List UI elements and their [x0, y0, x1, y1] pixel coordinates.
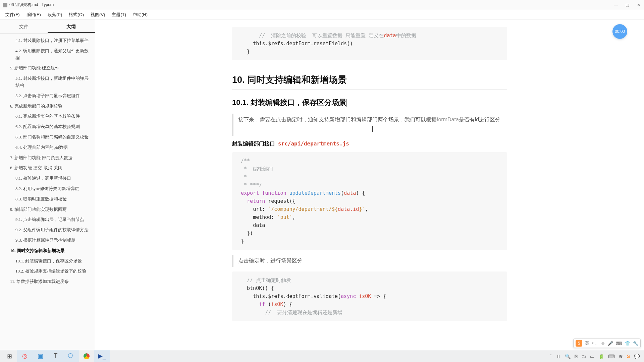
- ime-lang[interactable]: 英: [585, 340, 589, 346]
- outline-item[interactable]: 8.1. 校验通过，调用新增接口: [0, 173, 95, 184]
- ime-mic-icon[interactable]: 🎤: [608, 341, 613, 346]
- outline-item[interactable]: 9.3. 根据计算属性显示控制标题: [0, 235, 95, 246]
- window-title: 06-组织架构.md - Typora: [9, 2, 613, 8]
- menu-file[interactable]: 文件(F): [2, 11, 23, 19]
- outline-item[interactable]: 8.2. 利用sync修饰符关闭新增弹层: [0, 184, 95, 194]
- taskbar: ⊞ ◎ ▣ T ⧃ ▶_ ˄ ⏸ 🔍 ⎘ 🗂 ▭ 🔋 ⌨ ≋ S 💬: [0, 350, 644, 362]
- sidebar-tabs: 文件 大纲: [0, 19, 95, 34]
- tray-icon-2[interactable]: 🔍: [565, 354, 571, 359]
- minimize-button[interactable]: —: [613, 2, 619, 8]
- outline-item[interactable]: 4.2. 调用删除接口，通知父组件更新数据: [0, 46, 95, 63]
- text-caret: [346, 99, 346, 107]
- taskbar-chrome[interactable]: [79, 350, 94, 362]
- api-path-line[interactable]: 封装编辑部门接口 src/api/departments.js: [232, 140, 507, 147]
- outline-item[interactable]: 9.1. 点击编辑弹出层，记录当前节点: [0, 215, 95, 225]
- heading-10-1[interactable]: 10.1. 封装编辑接口，保存区分场景: [232, 98, 507, 108]
- taskbar-vscode[interactable]: ⧃: [63, 350, 79, 362]
- outline-item[interactable]: 6.4. 处理首部内容的pid数据: [0, 142, 95, 153]
- tray-battery-icon[interactable]: 🔋: [598, 354, 604, 359]
- formdata-link[interactable]: formData: [437, 117, 459, 122]
- menu-paragraph[interactable]: 段落(P): [44, 11, 65, 19]
- code-comment: // 清除之前的校验 可以重置数据 只能重置 定义在: [259, 33, 384, 39]
- menu-help[interactable]: 帮助(H): [129, 11, 151, 19]
- tab-outline[interactable]: 大纲: [48, 19, 95, 33]
- outline-item[interactable]: 10.2. 校验规则支持编辑场景下的校验: [0, 266, 95, 277]
- taskbar-app-2[interactable]: ▣: [33, 350, 48, 362]
- sidebar: 文件 大纲 4.1. 封装删除接口，注册下拉菜单事件4.2. 调用删除接口，通知…: [0, 19, 95, 350]
- ime-bar[interactable]: S 英 •， ☺ 🎤 ⌨ 👕 🔧: [573, 339, 641, 348]
- outline-item[interactable]: 11. 给数据获取添加加载进度条: [0, 277, 95, 287]
- tab-file[interactable]: 文件: [0, 19, 48, 33]
- ime-skin-icon[interactable]: 👕: [625, 341, 630, 346]
- titlebar: 06-组织架构.md - Typora — ▢ ✕: [0, 0, 644, 10]
- taskbar-app-1[interactable]: ◎: [17, 350, 33, 362]
- text-cursor-marker: [372, 126, 373, 132]
- outline-item[interactable]: 5.2. 点击新增子部门显示弹层组件: [0, 91, 95, 101]
- tray-icon-1[interactable]: ⏸: [556, 354, 561, 359]
- outline-item[interactable]: 4.1. 封装删除接口，注册下拉菜单事件: [0, 36, 95, 46]
- blockquote-1[interactable]: 接下来，需要在点击确定时，通知支持新增部门和编辑部门两个场景，我们可以根据for…: [232, 114, 507, 136]
- menu-theme[interactable]: 主题(T): [108, 11, 129, 19]
- close-button[interactable]: ✕: [636, 2, 641, 8]
- outline-item[interactable]: 10. 同时支持编辑和新增场景: [0, 246, 95, 256]
- taskbar-powershell[interactable]: ▶_: [94, 350, 110, 362]
- tray-sogou-icon[interactable]: S: [627, 354, 630, 359]
- code-path: src/api/departments.js: [278, 140, 349, 147]
- blockquote-2[interactable]: 点击确定时，进行场景区分: [232, 255, 507, 267]
- tray-keyboard-icon[interactable]: ⌨: [608, 354, 615, 359]
- outline-list[interactable]: 4.1. 封装删除接口，注册下拉菜单事件4.2. 调用删除接口，通知父组件更新数…: [0, 34, 95, 350]
- outline-item[interactable]: 6.3. 部门名称和部门编码的自定义校验: [0, 132, 95, 142]
- timer-badge[interactable]: 00:00: [612, 24, 627, 39]
- menu-edit[interactable]: 编辑(E): [23, 11, 44, 19]
- outline-item[interactable]: 8. 新增功能-提交-取消-关闭: [0, 163, 95, 173]
- outline-item[interactable]: 8.3. 取消时重置数据和校验: [0, 194, 95, 204]
- tray-icon-4[interactable]: 🗂: [581, 354, 586, 359]
- tray-icon-8[interactable]: ≋: [619, 354, 623, 359]
- ime-toolbox-icon[interactable]: 🔧: [633, 341, 638, 346]
- outline-item[interactable]: 7. 新增部门功能-部门负责人数据: [0, 153, 95, 163]
- outline-item[interactable]: 6.2. 配置新增表单的基本校验规则: [0, 122, 95, 132]
- sogou-icon[interactable]: S: [576, 340, 582, 347]
- ime-punct-icon[interactable]: •，: [592, 340, 598, 346]
- menu-view[interactable]: 视图(V): [87, 11, 108, 19]
- ime-smiley-icon[interactable]: ☺: [601, 341, 605, 346]
- maximize-button[interactable]: ▢: [625, 2, 630, 8]
- outline-item[interactable]: 5. 新增部门功能-建立组件: [0, 63, 95, 73]
- taskbar-typora[interactable]: T: [48, 350, 63, 362]
- heading-10[interactable]: 10. 同时支持编辑和新增场景: [232, 74, 507, 89]
- tray-chevron-icon[interactable]: ˄: [550, 354, 552, 359]
- tray-icon-5[interactable]: ▭: [590, 354, 594, 359]
- ime-keyboard-icon[interactable]: ⌨: [616, 341, 622, 346]
- outline-item[interactable]: 6.1. 完成新增表单的基本校验条件: [0, 111, 95, 122]
- workspace: 文件 大纲 4.1. 封装删除接口，注册下拉菜单事件4.2. 调用删除接口，通知…: [0, 19, 644, 350]
- menu-format[interactable]: 格式(O): [65, 11, 87, 19]
- outline-item[interactable]: 5.1. 封装新增接口，新建组件中的弹层结构: [0, 73, 95, 91]
- tray-notification-icon[interactable]: 💬: [634, 354, 640, 359]
- code-block-2[interactable]: /** * 编辑部门 * * ***/ export function upda…: [232, 152, 507, 250]
- app-icon: [3, 3, 7, 7]
- outline-item[interactable]: 9.2. 父组件调用子组件的获取详情方法: [0, 225, 95, 235]
- outline-item[interactable]: 10.1. 封装编辑接口，保存区分场景: [0, 256, 95, 266]
- outline-item[interactable]: 9. 编辑部门功能实现数据回写: [0, 204, 95, 215]
- code-block-3[interactable]: // 点击确定时触发 btnOK() { this.$refs.deptForm…: [232, 272, 507, 321]
- tray-icon-3[interactable]: ⎘: [575, 354, 577, 359]
- code-block-1[interactable]: // 清除之前的校验 可以重置数据 只能重置 定义在data中的数据 this.…: [232, 27, 507, 60]
- editor-content[interactable]: 00:00 // 清除之前的校验 可以重置数据 只能重置 定义在data中的数据…: [95, 19, 644, 350]
- outline-item[interactable]: 6. 完成新增部门的规则校验: [0, 101, 95, 112]
- start-button[interactable]: ⊞: [2, 350, 17, 362]
- menubar: 文件(F) 编辑(E) 段落(P) 格式(O) 视图(V) 主题(T) 帮助(H…: [0, 10, 644, 19]
- system-tray: ˄ ⏸ 🔍 ⎘ 🗂 ▭ 🔋 ⌨ ≋ S 💬: [550, 354, 642, 359]
